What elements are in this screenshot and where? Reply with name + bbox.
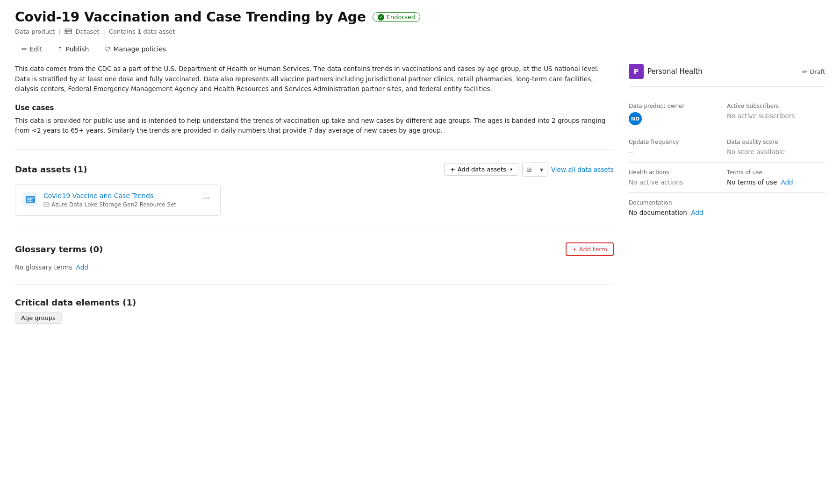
data-assets-title: Data assets (1) — [15, 164, 87, 174]
use-cases-text: This data is provided for public use and… — [15, 116, 614, 136]
meta-terms-cell: Terms of use No terms of use Add — [727, 163, 825, 193]
meta-subscribers-cell: Active Subscribers No active subscribers — [727, 96, 825, 132]
update-freq-label: Update frequency — [629, 139, 727, 145]
svg-rect-8 — [27, 201, 33, 202]
page-title: Covid-19 Vaccination and Case Trending b… — [15, 9, 366, 25]
divider-3 — [15, 284, 614, 284]
view-all-data-assets-link[interactable]: View all data assets — [551, 166, 614, 173]
critical-data-section: Critical data elements (1) Age groups — [15, 298, 614, 324]
breadcrumb-type: Data product — [15, 28, 55, 35]
svg-rect-7 — [27, 199, 32, 200]
data-assets-actions: + Add data assets ▾ ⊞ ▾ View all data as… — [444, 163, 614, 177]
glossary-header: Glossary terms (0) + Add term — [15, 242, 614, 256]
glossary-add-link[interactable]: Add — [76, 263, 88, 271]
glossary-title: Glossary terms (0) — [15, 244, 103, 254]
svg-rect-9 — [44, 203, 49, 206]
view-toggle: ⊞ ▾ — [522, 163, 547, 177]
breadcrumb-contains: Contains 1 data asset — [109, 28, 175, 35]
add-term-button[interactable]: + Add term — [566, 242, 614, 256]
publish-label: Publish — [66, 45, 89, 53]
chevron-toggle-button[interactable]: ▾ — [536, 163, 547, 176]
manage-policies-label: Manage policies — [114, 45, 166, 53]
add-term-label: + Add term — [572, 246, 607, 253]
no-glossary-text: No glossary terms Add — [15, 263, 614, 271]
asset-card: Covid19 Vaccine and Case Trends Azure Da… — [15, 184, 221, 216]
no-glossary-label: No glossary terms — [15, 263, 72, 271]
org-tag: P Personal Health — [629, 64, 703, 79]
owner-label: Data product owner — [629, 103, 727, 109]
terms-value: No terms of use Add — [727, 178, 825, 186]
no-terms-label: No terms of use — [727, 178, 777, 186]
toolbar: ✏️ Edit ↑ Publish 🛡 Manage policies — [15, 43, 825, 56]
meta-health-actions-cell: Health actions No active actions — [629, 163, 727, 193]
pencil-icon: ✏️ — [802, 68, 807, 75]
publish-button[interactable]: ↑ Publish — [51, 43, 96, 56]
terms-add-link[interactable]: Add — [781, 178, 793, 186]
meta-quality-cell: Data quality score No score available — [727, 132, 825, 163]
right-sidebar: P Personal Health ✏️ Draft Data product … — [629, 64, 825, 324]
shield-icon: 🛡 — [104, 45, 111, 53]
no-health-actions-value: No active actions — [629, 178, 727, 186]
plus-icon: + — [450, 166, 455, 173]
asset-type: Azure Data Lake Storage Gen2 Resource Se… — [43, 201, 176, 208]
manage-policies-button[interactable]: 🛡 Manage policies — [98, 43, 173, 56]
svg-rect-0 — [65, 29, 72, 34]
main-description: This data comes from the CDC as a part o… — [15, 64, 614, 94]
quality-label: Data quality score — [727, 139, 825, 145]
asset-icon — [23, 192, 38, 207]
asset-type-label: Azure Data Lake Storage Gen2 Resource Se… — [51, 201, 176, 208]
documentation-add-link[interactable]: Add — [691, 209, 703, 216]
edit-icon: ✏️ — [22, 45, 27, 53]
divider-2 — [15, 229, 614, 229]
draft-tag: ✏️ Draft — [802, 68, 825, 75]
data-assets-header: Data assets (1) + Add data assets ▾ ⊞ ▾ … — [15, 163, 614, 177]
endorsed-check-icon: ✓ — [378, 14, 384, 21]
breadcrumb: Data product | Dataset | Contains 1 data… — [15, 28, 825, 35]
left-column: This data comes from the CDC as a part o… — [15, 64, 614, 324]
grid-view-button[interactable]: ⊞ — [523, 163, 536, 176]
use-cases-heading: Use cases — [15, 104, 614, 112]
asset-name[interactable]: Covid19 Vaccine and Case Trends — [43, 192, 176, 199]
health-actions-label: Health actions — [629, 169, 727, 176]
documentation-value: No documentation Add — [629, 209, 825, 216]
endorsed-label: Endorsed — [387, 14, 415, 21]
critical-data-tag[interactable]: Age groups — [15, 312, 62, 324]
meta-update-freq-cell: Update frequency -- — [629, 132, 727, 163]
no-score-value: No score available — [727, 148, 825, 156]
chevron-down-icon: ▾ — [510, 167, 512, 172]
asset-more-button[interactable]: ··· — [200, 192, 213, 204]
asset-info: Covid19 Vaccine and Case Trends Azure Da… — [43, 192, 176, 208]
no-documentation-label: No documentation — [629, 209, 687, 216]
subscribers-label: Active Subscribers — [727, 103, 825, 109]
add-data-assets-button[interactable]: + Add data assets ▾ — [444, 163, 518, 176]
org-icon: P — [629, 64, 644, 79]
meta-grid: Data product owner ND Active Subscribers… — [629, 96, 825, 223]
owner-avatar: ND — [629, 112, 642, 125]
endorsed-badge: ✓ Endorsed — [373, 12, 420, 22]
org-name: Personal Health — [647, 67, 703, 76]
terms-label: Terms of use — [727, 169, 825, 176]
edit-label: Edit — [30, 45, 43, 53]
meta-owner-cell: Data product owner ND — [629, 96, 727, 132]
update-freq-value: -- — [629, 148, 727, 156]
breadcrumb-sep2: | — [103, 28, 105, 35]
no-subscribers-value: No active subscribers — [727, 112, 825, 120]
breadcrumb-sep: | — [58, 28, 60, 35]
documentation-label: Documentation — [629, 199, 825, 206]
dataset-icon — [65, 28, 72, 35]
svg-rect-6 — [27, 198, 34, 199]
meta-documentation-cell: Documentation No documentation Add — [629, 193, 825, 223]
divider-1 — [15, 149, 614, 149]
edit-button[interactable]: ✏️ Edit — [15, 43, 49, 56]
glossary-section: Glossary terms (0) + Add term No glossar… — [15, 242, 614, 271]
asset-card-left: Covid19 Vaccine and Case Trends Azure Da… — [23, 192, 176, 208]
draft-label: Draft — [810, 68, 825, 75]
critical-data-title: Critical data elements (1) — [15, 298, 614, 307]
add-data-assets-label: Add data assets — [458, 166, 506, 173]
publish-icon: ↑ — [57, 45, 63, 53]
sidebar-org-header: P Personal Health ✏️ Draft — [629, 64, 825, 87]
breadcrumb-dataset: Dataset — [76, 28, 100, 35]
